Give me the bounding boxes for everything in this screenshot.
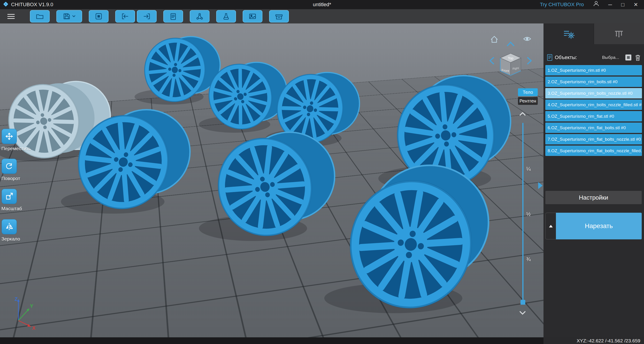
list-item[interactable]: 1.OZ_Superturismo_rim.stl #0 bbox=[545, 65, 642, 76]
main-toolbar bbox=[0, 9, 644, 24]
list-item[interactable]: 7.OZ_Superturismo_rim_flat_bolts_nozzle.… bbox=[545, 134, 642, 144]
settings-list-gear-icon bbox=[562, 28, 574, 39]
arrow-in-icon bbox=[121, 12, 130, 21]
chevron-down-icon bbox=[72, 15, 76, 18]
panel-collapse-arrow[interactable] bbox=[538, 182, 542, 189]
list-item-selected[interactable]: 3.OZ_Superturismo_rim_bolts_nozzle.stl #… bbox=[545, 88, 642, 98]
export-button[interactable] bbox=[137, 10, 157, 22]
network-print-button[interactable] bbox=[190, 10, 210, 22]
supports-icon bbox=[614, 28, 624, 39]
scale-label: Масштаб bbox=[2, 206, 50, 211]
minimize-button[interactable]: ─ bbox=[608, 0, 612, 9]
list-item[interactable]: 2.OZ_Superturismo_rim_bolts.stl #0 bbox=[545, 76, 642, 87]
network-icon bbox=[195, 12, 204, 21]
settings-button[interactable]: Настройки bbox=[545, 191, 642, 204]
document-title: untitled* bbox=[313, 2, 331, 8]
view-mode-xray-button[interactable]: Рентген bbox=[518, 97, 538, 105]
tab-supports[interactable] bbox=[594, 24, 644, 44]
slider-label-half: ½ bbox=[526, 211, 530, 217]
maximize-button[interactable]: □ bbox=[621, 0, 624, 9]
view-cube-cluster: Top Front Right bbox=[480, 30, 542, 84]
chitubox-logo-icon bbox=[3, 1, 9, 8]
try-pro-link[interactable]: Try CHITUBOX Pro bbox=[540, 2, 584, 8]
toolbox-button[interactable] bbox=[269, 10, 289, 22]
perspective-eye-icon[interactable] bbox=[524, 37, 530, 40]
tool-scale: Масштаб bbox=[2, 189, 50, 211]
title-bar: CHITUBOX V1.9.0 untitled* Try CHITUBOX P… bbox=[0, 0, 644, 9]
select-all-icon bbox=[625, 54, 632, 61]
notes-icon bbox=[169, 12, 178, 21]
mirror-icon bbox=[4, 222, 14, 231]
delete-button[interactable] bbox=[634, 54, 641, 61]
objects-list: 1.OZ_Superturismo_rim.stl #0 2.OZ_Supert… bbox=[545, 65, 642, 157]
rotate-icon bbox=[4, 162, 14, 171]
slice-expander-button[interactable] bbox=[545, 213, 556, 239]
box-icon bbox=[274, 12, 283, 21]
save-icon bbox=[63, 12, 70, 21]
tool-mirror: Зеркало bbox=[2, 219, 50, 242]
list-item[interactable]: 5.OZ_Superturismo_rim_flat.stl #0 bbox=[545, 111, 642, 122]
triangle-up-icon bbox=[549, 225, 553, 228]
slice-info-button[interactable] bbox=[163, 10, 183, 22]
slider-label-quarter: ¼ bbox=[526, 166, 530, 172]
orbit-left-icon[interactable] bbox=[490, 57, 494, 64]
view-cube[interactable]: Top Front Right bbox=[500, 53, 521, 76]
folder-open-icon bbox=[36, 12, 44, 21]
slider-up-button[interactable] bbox=[518, 111, 527, 117]
select-all-button[interactable] bbox=[625, 54, 632, 61]
objects-header: Объекты: Выбра... bbox=[547, 53, 641, 62]
open-file-button[interactable] bbox=[30, 10, 50, 22]
slice-button[interactable]: Нарезать bbox=[556, 213, 642, 239]
menu-button[interactable] bbox=[7, 13, 15, 20]
tab-slice-settings[interactable] bbox=[544, 24, 594, 44]
status-bar: XYZ:-42.622 /-41.562 /23.659 bbox=[0, 337, 644, 344]
screenshot-button[interactable] bbox=[243, 10, 262, 22]
viewport-3d[interactable]: Переместить Поворот Масштаб Зеркало bbox=[0, 24, 544, 337]
axis-y-label: Y bbox=[30, 303, 33, 309]
move-button[interactable] bbox=[2, 129, 16, 144]
xyz-coordinates: XYZ:-42.622 /-41.562 /23.659 bbox=[576, 338, 640, 344]
arrow-out-icon bbox=[142, 12, 151, 21]
chitubox-window: CHITUBOX V1.9.0 untitled* Try CHITUBOX P… bbox=[0, 0, 644, 344]
layer-slider-thumb[interactable] bbox=[520, 300, 525, 305]
slice-row: Нарезать bbox=[545, 213, 642, 239]
trash-icon bbox=[634, 54, 641, 61]
3d-scene[interactable] bbox=[0, 24, 544, 337]
objects-label: Объекты: bbox=[555, 54, 577, 60]
picture-icon bbox=[248, 12, 257, 21]
document-icon bbox=[547, 54, 553, 61]
scale-button[interactable] bbox=[2, 189, 16, 204]
list-item[interactable]: 6.OZ_Superturismo_rim_flat_bolts.stl #0 bbox=[545, 122, 642, 133]
move-icon bbox=[4, 132, 14, 141]
rotate-label: Поворот bbox=[2, 176, 50, 181]
panel-tabs bbox=[544, 24, 644, 44]
orbit-up-icon[interactable] bbox=[507, 42, 514, 46]
mirror-label: Зеркало bbox=[2, 236, 50, 242]
rotate-button[interactable] bbox=[2, 159, 16, 174]
hollow-button[interactable] bbox=[216, 10, 236, 22]
app-title: CHITUBOX V1.9.0 bbox=[11, 2, 53, 8]
import-button[interactable] bbox=[115, 10, 135, 22]
save-button[interactable] bbox=[56, 10, 82, 22]
selected-count-label: Выбра... bbox=[602, 55, 619, 60]
cube-face-top[interactable]: Top bbox=[508, 56, 513, 60]
slider-down-button[interactable] bbox=[518, 310, 527, 316]
view-mode-body-button[interactable]: Тело bbox=[518, 88, 538, 96]
axis-z-label: Z bbox=[14, 296, 18, 302]
account-icon[interactable] bbox=[593, 0, 599, 9]
right-panel: Объекты: Выбра... 1.OZ_Superturismo_rim.… bbox=[544, 24, 644, 337]
mirror-button[interactable] bbox=[2, 219, 16, 234]
close-button[interactable]: ✕ bbox=[634, 0, 638, 9]
slider-label-threequarter: ¾ bbox=[526, 256, 530, 262]
plate-icon bbox=[94, 12, 103, 21]
flask-icon bbox=[222, 12, 230, 21]
tool-move: Переместить bbox=[2, 129, 50, 151]
build-plate-button[interactable] bbox=[89, 10, 108, 22]
scale-icon bbox=[4, 192, 14, 201]
axis-x-label: X bbox=[32, 325, 36, 331]
orbit-right-icon[interactable] bbox=[528, 57, 531, 64]
list-item[interactable]: 4.OZ_Superturismo_rim_bolts_nozzle_fille… bbox=[545, 100, 642, 110]
list-item[interactable]: 8.OZ_Superturismo_rim_flat_bolts_nozzle_… bbox=[545, 146, 642, 156]
layer-slider-track[interactable] bbox=[522, 123, 524, 304]
home-view-icon[interactable] bbox=[491, 36, 498, 42]
